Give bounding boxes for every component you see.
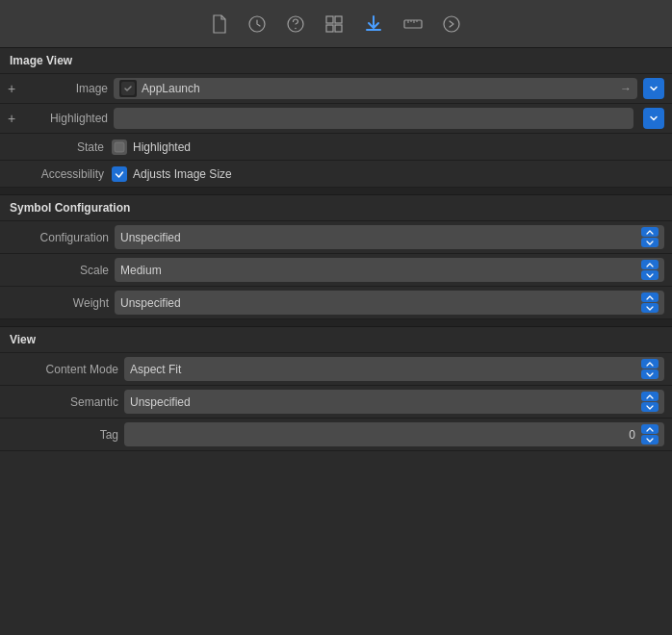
image-view-section: Image View + Image AppLaunch → + Highlig… — [0, 48, 672, 188]
content-mode-label: Content Mode — [8, 363, 118, 376]
scale-field[interactable]: Medium — [115, 258, 664, 282]
view-title: View — [10, 333, 36, 346]
configuration-value: Unspecified — [120, 231, 641, 244]
image-label: Image — [31, 82, 108, 95]
svg-rect-5 — [326, 25, 333, 32]
content-mode-row: Content Mode Aspect Fit — [0, 353, 672, 386]
image-view-title: Image View — [10, 54, 72, 67]
accessibility-row: Accessibility Adjusts Image Size — [0, 161, 672, 188]
scale-stepper[interactable] — [641, 260, 659, 280]
symbol-config-title: Symbol Configuration — [10, 201, 130, 215]
ruler-icon[interactable] — [403, 14, 423, 34]
download-icon[interactable] — [363, 13, 384, 35]
tag-stepper[interactable] — [641, 424, 659, 444]
tag-value: 0 — [130, 428, 635, 442]
svg-rect-7 — [404, 20, 422, 28]
image-row: + Image AppLaunch → — [0, 74, 672, 104]
content-mode-field[interactable]: Aspect Fit — [124, 357, 664, 381]
image-navigate-icon[interactable]: → — [620, 82, 632, 95]
state-label: State — [8, 140, 104, 154]
weight-value: Unspecified — [120, 296, 641, 310]
semantic-stepper[interactable] — [641, 392, 659, 412]
tag-stepper-up[interactable] — [641, 424, 659, 434]
content-mode-stepper-up[interactable] — [641, 359, 659, 368]
scale-stepper-down[interactable] — [641, 270, 659, 280]
semantic-label: Semantic — [8, 395, 118, 409]
scale-stepper-up[interactable] — [641, 260, 659, 269]
image-name: AppLaunch — [142, 82, 615, 95]
tag-stepper-down[interactable] — [641, 435, 659, 444]
configuration-stepper[interactable] — [641, 227, 659, 247]
semantic-field[interactable]: Unspecified — [124, 390, 664, 414]
state-value: Highlighted — [133, 140, 191, 154]
state-row: State Highlighted — [0, 134, 672, 161]
semantic-stepper-up[interactable] — [641, 392, 659, 401]
configuration-row: Configuration Unspecified — [0, 221, 672, 254]
symbol-config-header: Symbol Configuration — [0, 195, 672, 221]
image-field[interactable]: AppLaunch → — [114, 78, 637, 99]
accessibility-checkbox[interactable] — [112, 166, 127, 182]
semantic-row: Semantic Unspecified — [0, 386, 672, 419]
svg-rect-6 — [335, 25, 342, 32]
app-launch-icon — [119, 80, 137, 97]
weight-stepper-down[interactable] — [641, 303, 659, 313]
tag-label: Tag — [8, 428, 118, 442]
state-checkbox[interactable] — [112, 140, 127, 155]
semantic-stepper-down[interactable] — [641, 402, 659, 412]
highlighted-dropdown-button[interactable] — [643, 108, 664, 129]
content-mode-value: Aspect Fit — [130, 363, 641, 376]
section-spacer-1 — [0, 188, 672, 195]
weight-stepper-up[interactable] — [641, 292, 659, 302]
highlighted-plus-button[interactable]: + — [8, 111, 21, 126]
content-mode-stepper-down[interactable] — [641, 369, 659, 379]
svg-point-8 — [444, 16, 459, 32]
weight-row: Weight Unspecified — [0, 287, 672, 319]
weight-label: Weight — [8, 296, 109, 310]
scale-label: Scale — [8, 264, 109, 277]
toolbar — [0, 0, 672, 48]
view-section: View Content Mode Aspect Fit Semantic Un… — [0, 327, 672, 451]
svg-point-2 — [295, 27, 297, 29]
svg-rect-3 — [326, 16, 333, 23]
tag-row: Tag 0 — [0, 419, 672, 451]
weight-field[interactable]: Unspecified — [115, 291, 664, 315]
semantic-value: Unspecified — [130, 395, 641, 409]
arrow-right-icon[interactable] — [442, 14, 461, 34]
grid-icon[interactable] — [324, 14, 344, 34]
document-icon[interactable] — [211, 14, 228, 34]
svg-rect-4 — [335, 16, 342, 23]
highlighted-label: Highlighted — [31, 112, 108, 125]
section-spacer-2 — [0, 319, 672, 327]
scale-value: Medium — [120, 264, 641, 277]
configuration-stepper-down[interactable] — [641, 238, 659, 247]
content-mode-stepper[interactable] — [641, 359, 659, 379]
configuration-label: Configuration — [8, 231, 109, 244]
accessibility-value: Adjusts Image Size — [133, 167, 232, 181]
accessibility-label: Accessibility — [8, 167, 104, 181]
svg-rect-10 — [115, 142, 124, 152]
view-header: View — [0, 327, 672, 353]
help-icon[interactable] — [286, 14, 305, 34]
scale-row: Scale Medium — [0, 254, 672, 287]
history-icon[interactable] — [247, 14, 267, 34]
highlighted-field[interactable] — [114, 108, 633, 129]
configuration-field[interactable]: Unspecified — [115, 225, 664, 249]
symbol-configuration-section: Symbol Configuration Configuration Unspe… — [0, 195, 672, 319]
image-plus-button[interactable]: + — [8, 81, 21, 96]
highlighted-row: + Highlighted — [0, 104, 672, 134]
image-view-header: Image View — [0, 48, 672, 74]
configuration-stepper-up[interactable] — [641, 227, 659, 237]
image-dropdown-button[interactable] — [643, 78, 664, 99]
tag-field[interactable]: 0 — [124, 422, 664, 446]
weight-stepper[interactable] — [641, 292, 659, 313]
